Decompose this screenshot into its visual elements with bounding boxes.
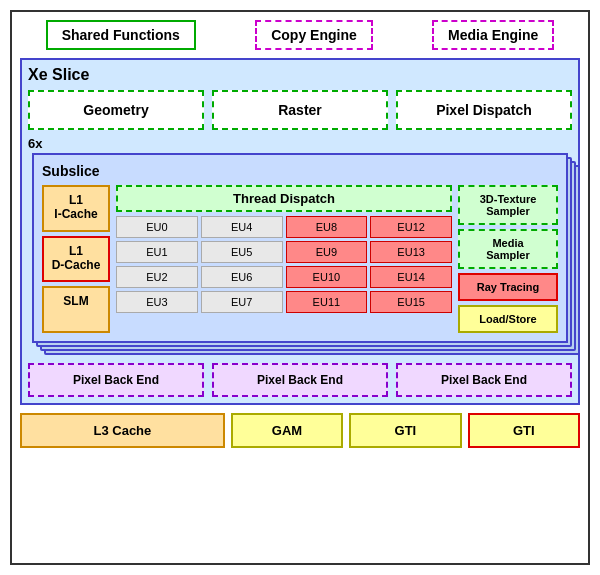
- raster-label: Raster: [278, 102, 322, 118]
- eu-cell-eu0: EU0: [116, 216, 198, 238]
- eu-cell-eu3: EU3: [116, 291, 198, 313]
- thread-dispatch-label: Thread Dispatch: [233, 191, 335, 206]
- eu-cell-eu8: EU8: [286, 216, 368, 238]
- eu-cell-eu6: EU6: [201, 266, 283, 288]
- slm-box: SLM: [42, 286, 110, 333]
- copy-engine-label: Copy Engine: [271, 27, 357, 43]
- l1-icache-box: L1I-Cache: [42, 185, 110, 232]
- right-col: 3D-TextureSampler MediaSampler Ray Traci…: [458, 185, 558, 333]
- subslice-inner: L1I-Cache L1D-Cache SLM Thread Dispatch …: [42, 185, 558, 333]
- subslice-stack: Subslice L1I-Cache L1D-Cache SLM Thread …: [32, 153, 568, 343]
- texture-sampler-box: 3D-TextureSampler: [458, 185, 558, 225]
- xe-slice-label: Xe Slice: [28, 66, 572, 84]
- media-engine-label: Media Engine: [448, 27, 538, 43]
- left-col: L1I-Cache L1D-Cache SLM: [42, 185, 110, 333]
- pixel-backend-3: Pixel Back End: [396, 363, 572, 397]
- pixel-dispatch-label: Pixel Dispatch: [436, 102, 532, 118]
- geometry-box: Geometry: [28, 90, 204, 130]
- bottom-row: L3 Cache GAM GTI GTI: [20, 413, 580, 448]
- l3-cache-label: L3 Cache: [93, 423, 151, 438]
- gti2-box: GTI: [468, 413, 580, 448]
- gam-label: GAM: [272, 423, 302, 438]
- eu-cell-eu9: EU9: [286, 241, 368, 263]
- pixel-backend-1-label: Pixel Back End: [73, 373, 159, 387]
- ray-tracing-label: Ray Tracing: [477, 281, 539, 293]
- main-container: Shared Functions Copy Engine Media Engin…: [10, 10, 590, 565]
- eu-cell-eu15: EU15: [370, 291, 452, 313]
- eu-cell-eu14: EU14: [370, 266, 452, 288]
- gam-box: GAM: [231, 413, 343, 448]
- eu-grid: EU0 EU4 EU8 EU12 EU1 EU5 EU9 EU13 EU2 EU…: [116, 216, 452, 313]
- six-x-label: 6x: [28, 136, 572, 151]
- shared-functions-label: Shared Functions: [62, 27, 180, 43]
- copy-engine-box: Copy Engine: [255, 20, 373, 50]
- media-engine-box: Media Engine: [432, 20, 554, 50]
- middle-col: Thread Dispatch EU0 EU4 EU8 EU12 EU1 EU5…: [116, 185, 452, 333]
- subslice-main: Subslice L1I-Cache L1D-Cache SLM Thread …: [32, 153, 568, 343]
- l3-cache-box: L3 Cache: [20, 413, 225, 448]
- subslice-label: Subslice: [42, 163, 558, 179]
- pixel-backend-1: Pixel Back End: [28, 363, 204, 397]
- xe-slice: Xe Slice Geometry Raster Pixel Dispatch …: [20, 58, 580, 405]
- eu-cell-eu13: EU13: [370, 241, 452, 263]
- l1-dcache-box: L1D-Cache: [42, 236, 110, 283]
- gti2-label: GTI: [513, 423, 535, 438]
- eu-cell-eu10: EU10: [286, 266, 368, 288]
- ray-tracing-box: Ray Tracing: [458, 273, 558, 301]
- pixel-backend-2: Pixel Back End: [212, 363, 388, 397]
- pixel-backend-2-label: Pixel Back End: [257, 373, 343, 387]
- eu-cell-eu5: EU5: [201, 241, 283, 263]
- slice-top-row: Geometry Raster Pixel Dispatch: [28, 90, 572, 130]
- eu-cell-eu12: EU12: [370, 216, 452, 238]
- gti1-box: GTI: [349, 413, 461, 448]
- load-store-box: Load/Store: [458, 305, 558, 333]
- thread-dispatch-box: Thread Dispatch: [116, 185, 452, 212]
- eu-cell-eu2: EU2: [116, 266, 198, 288]
- pixel-backend-row: Pixel Back End Pixel Back End Pixel Back…: [28, 363, 572, 397]
- shared-functions-box: Shared Functions: [46, 20, 196, 50]
- pixel-backend-3-label: Pixel Back End: [441, 373, 527, 387]
- geometry-label: Geometry: [83, 102, 148, 118]
- top-row: Shared Functions Copy Engine Media Engin…: [20, 20, 580, 50]
- eu-cell-eu11: EU11: [286, 291, 368, 313]
- pixel-dispatch-box: Pixel Dispatch: [396, 90, 572, 130]
- raster-box: Raster: [212, 90, 388, 130]
- eu-cell-eu1: EU1: [116, 241, 198, 263]
- media-sampler-box: MediaSampler: [458, 229, 558, 269]
- eu-cell-eu7: EU7: [201, 291, 283, 313]
- gti1-label: GTI: [395, 423, 417, 438]
- eu-cell-eu4: EU4: [201, 216, 283, 238]
